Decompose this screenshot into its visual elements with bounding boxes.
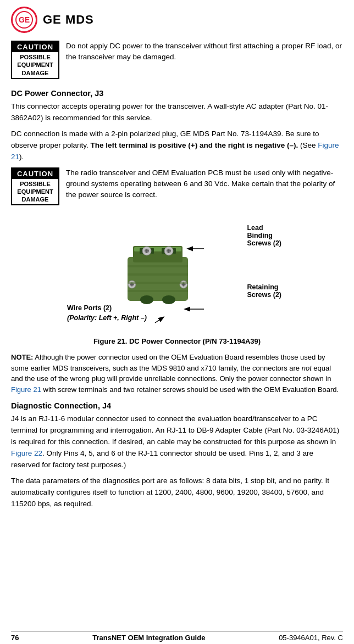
section1-para1: This connector accepts operating power f… <box>11 101 343 124</box>
label-lead-binding: LeadBindingScrews (2) <box>247 224 281 247</box>
note-text3: with screw terminals and two retainer sc… <box>41 385 339 394</box>
note-para: NOTE: Although the power connector used … <box>11 352 343 395</box>
caution-title-2: CAUTION <box>12 169 58 179</box>
ge-logo-icon: GE <box>15 11 33 29</box>
figure-21-area: LeadBindingScrews (2) RetainingScrews (2… <box>11 219 343 350</box>
section2-para2: The data parameters of the diagnostics p… <box>11 475 343 510</box>
section1-para2: DC connection is made with a 2-pin polar… <box>11 128 343 163</box>
logo: GE <box>11 7 37 33</box>
label-wire-ports: Wire Ports (2) (Polarity: Left +, Right … <box>67 304 147 323</box>
label-retaining: RetainingScrews (2) <box>247 283 281 299</box>
caution-text-2: The radio transceiver and OEM Evaluation… <box>66 167 343 201</box>
caution-subtitle-1: POSSIBLEEQUIPMENTDAMAGE <box>12 52 58 78</box>
note-italic: not <box>302 364 312 372</box>
label-polarity: (Polarity: Left +, Right –) <box>67 314 147 322</box>
company-name: GE MDS <box>43 13 94 27</box>
page: GE GE MDS CAUTION POSSIBLEEQUIPMENTDAMAG… <box>0 0 354 644</box>
section1-para2-bold: The left terminal is positive (+) and th… <box>91 141 298 149</box>
caution-text-1: Do not apply DC power to the transceiver… <box>66 41 343 63</box>
section2-para1: J4 is an RJ-11-6 modular connector used … <box>11 413 343 471</box>
figure22-link[interactable]: Figure 22 <box>11 449 42 457</box>
section-heading-1: DC Power Connector, J3 <box>11 89 343 98</box>
header: GE GE MDS <box>11 7 343 33</box>
figure21-link-2[interactable]: Figure 21 <box>11 385 41 394</box>
svg-text:GE: GE <box>19 15 30 24</box>
footer-title: TransNET OEM Integration Guide <box>92 634 205 642</box>
caution-box-1: CAUTION POSSIBLEEQUIPMENTDAMAGE Do not a… <box>11 41 343 79</box>
caution-label-2: CAUTION POSSIBLEEQUIPMENTDAMAGE <box>11 167 59 206</box>
note-label: NOTE: <box>11 353 33 361</box>
section1-para2-post: (See <box>298 141 318 149</box>
caution-box-2: CAUTION POSSIBLEEQUIPMENTDAMAGE The radi… <box>11 167 343 206</box>
figure-21-inner: LeadBindingScrews (2) RetainingScrews (2… <box>67 219 287 334</box>
figure-21-caption: Figure 21. DC Power Connector (P/N 73-11… <box>93 337 261 345</box>
footer-page-num: 76 <box>11 634 19 642</box>
caution-label-1: CAUTION POSSIBLEEQUIPMENTDAMAGE <box>11 41 59 79</box>
section2-para1-cont: . Only Pins 4, 5, and 6 of the RJ-11 con… <box>11 449 313 469</box>
section2-para1-pre: J4 is an RJ-11-6 modular connector used … <box>11 415 339 446</box>
caution-subtitle-2: POSSIBLEEQUIPMENTDAMAGE <box>12 179 58 205</box>
section1-para2-end: ). <box>19 153 24 161</box>
caution-title-1: CAUTION <box>12 42 58 52</box>
footer-revision: 05-3946A01, Rev. C <box>279 634 343 642</box>
section-heading-2: Diagnostic Connection, J4 <box>11 401 343 410</box>
note-text1: Although the power connector used on the… <box>11 353 325 372</box>
footer: 76 TransNET OEM Integration Guide 05-394… <box>11 631 343 644</box>
svg-line-31 <box>155 317 163 323</box>
